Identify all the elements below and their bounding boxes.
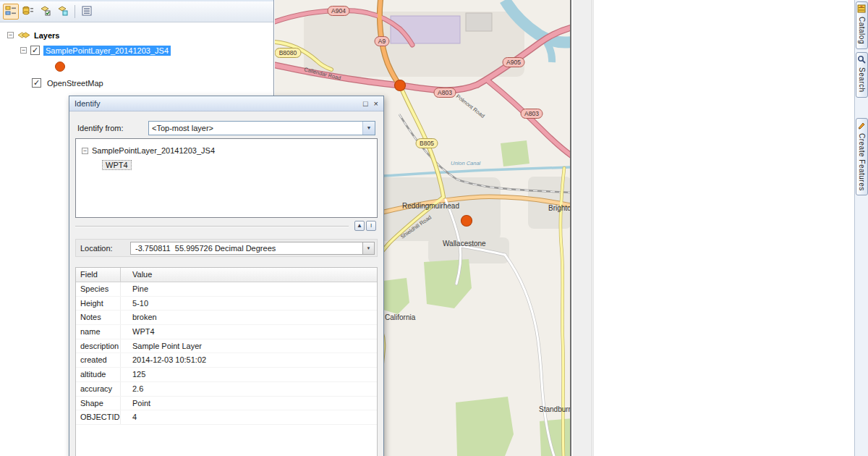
identify-title: Identify <box>75 99 100 108</box>
value-cell: 4 <box>121 410 377 424</box>
identify-results-tree: − SamplePointLayer_20141203_JS4 WPT4 <box>75 138 378 218</box>
openstreetmap-layer-row[interactable]: ✓ OpenStreetMap <box>32 75 273 90</box>
identify-tree-child-row[interactable]: WPT4 <box>76 158 377 172</box>
location-value-field[interactable]: -3.750811 55.995726 Decimal Degrees <box>130 242 363 255</box>
tab-catalog[interactable]: Catalog <box>856 1 868 49</box>
layers-root-label[interactable]: Layers <box>34 31 59 40</box>
field-cell: created <box>76 353 121 367</box>
table-row[interactable]: Species Pine <box>76 282 377 297</box>
collapse-expander[interactable]: − <box>82 148 88 154</box>
table-row[interactable]: Height 5-10 <box>76 297 377 311</box>
toc-toolbar <box>0 0 273 22</box>
location-label: Location: <box>78 244 130 253</box>
identify-from-value: <Top-most layer> <box>149 124 362 132</box>
list-by-visibility-button[interactable] <box>38 4 54 20</box>
road-badge-a904: A904 <box>328 7 349 16</box>
field-cell: name <box>76 325 121 339</box>
identify-from-row: Identify from: <Top-most layer> ▼ <box>77 121 375 135</box>
field-cell: altitude <box>76 368 121 381</box>
layers-root-row[interactable]: − Layers <box>7 28 273 43</box>
panel-splitter[interactable] <box>75 226 349 227</box>
value-cell: 2.6 <box>121 382 377 396</box>
sample-point-layer-row[interactable]: − ✓ SamplePointLayer_20141203_JS4 <box>20 43 273 58</box>
road-badge-a803-east: A803 <box>521 109 542 119</box>
collapse-up-icon[interactable]: ▲ <box>354 221 365 231</box>
table-row[interactable]: created 2014-12-03 10:51:02 <box>76 353 377 368</box>
list-by-source-button[interactable] <box>20 4 36 20</box>
sample-point-layer-label[interactable]: SamplePointLayer_20141203_JS4 <box>43 46 171 56</box>
value-column-header[interactable]: Value <box>121 268 377 282</box>
pin-panel-icon[interactable]: I <box>366 221 376 231</box>
value-cell: Pine <box>121 282 377 296</box>
value-cell: broken <box>121 311 377 324</box>
brightons-label: Brightons <box>548 204 571 212</box>
openstreetmap-layer-label[interactable]: OpenStreetMap <box>45 78 106 88</box>
svg-text:A9: A9 <box>378 38 386 45</box>
value-cell: 5-10 <box>121 297 377 311</box>
road-badge-b805: B805 <box>416 139 438 148</box>
toc-options-button[interactable] <box>79 4 95 20</box>
catalog-icon <box>857 4 866 14</box>
union-canal-label: Union Canal <box>451 160 481 166</box>
maximize-icon[interactable]: □ <box>363 98 368 109</box>
list-by-visibility-icon <box>40 5 51 18</box>
california-label: California <box>385 313 416 321</box>
field-cell: Notes <box>76 311 121 324</box>
svg-text:A803: A803 <box>524 110 539 117</box>
tab-catalog-label: Catalog <box>858 17 866 44</box>
table-row[interactable]: description Sample Point Layer <box>76 339 377 354</box>
list-by-selection-button[interactable] <box>55 4 71 20</box>
value-cell: Point <box>121 397 377 410</box>
tab-search[interactable]: Search <box>856 52 868 98</box>
list-by-source-icon <box>22 5 34 18</box>
create-features-icon <box>857 121 866 131</box>
attribute-table-header: Field Value <box>76 268 377 282</box>
table-row[interactable]: Shape Point <box>76 397 377 411</box>
identify-from-dropdown[interactable]: <Top-most layer> ▼ <box>148 121 375 135</box>
road-badge-a9: A9 <box>375 37 389 46</box>
reddingmuirhead-label: Reddingmuirhead <box>402 202 459 210</box>
tab-create-features-label: Create Features <box>858 133 866 191</box>
tab-create-features[interactable]: Create Features <box>856 118 868 196</box>
identify-tree-root-row[interactable]: − SamplePointLayer_20141203_JS4 <box>76 143 377 158</box>
waypoint-feature[interactable] <box>395 80 406 91</box>
list-by-drawing-order-button[interactable] <box>3 4 19 20</box>
standburn-label: Standburn <box>539 405 571 413</box>
value-cell: Sample Point Layer <box>121 339 377 353</box>
point-symbol-swatch[interactable] <box>55 62 65 72</box>
svg-text:A803: A803 <box>438 89 452 96</box>
collapse-expander[interactable]: − <box>20 47 27 54</box>
layer-visibility-checkbox[interactable]: ✓ <box>32 78 41 88</box>
identify-from-label: Identify from: <box>77 124 148 132</box>
waypoint-feature-wpt4[interactable] <box>461 216 472 227</box>
value-cell: 2014-12-03 10:51:02 <box>121 353 377 367</box>
value-cell: 125 <box>121 368 377 381</box>
field-cell: accuracy <box>76 382 121 396</box>
identify-tree-child-label[interactable]: WPT4 <box>102 160 132 170</box>
table-row[interactable]: Notes broken <box>76 311 377 325</box>
close-icon[interactable]: × <box>374 98 378 109</box>
union-canal-waterway <box>383 167 571 176</box>
identify-tree-root-label[interactable]: SamplePointLayer_20141203_JS4 <box>92 146 215 155</box>
polmont-road-label: Polmont Road <box>455 93 486 119</box>
toc-layer-tree: − Layers − ✓ SamplePointLayer_20141203_J… <box>0 22 273 90</box>
table-row[interactable]: name WPT4 <box>76 325 377 339</box>
layer-visibility-checkbox[interactable]: ✓ <box>30 46 40 55</box>
collapse-expander[interactable]: − <box>7 32 14 38</box>
splitter-buttons: ▲ I <box>354 221 376 231</box>
chevron-down-icon[interactable]: ▼ <box>362 122 375 135</box>
road-badge-a803: A803 <box>434 88 456 98</box>
svg-text:A905: A905 <box>506 59 521 66</box>
table-row[interactable]: accuracy 2.6 <box>76 382 377 397</box>
blank-document-panel <box>593 0 854 456</box>
field-column-header[interactable]: Field <box>76 268 121 282</box>
identify-window: Identify □ × Identify from: <Top-most la… <box>69 96 384 456</box>
field-cell: Height <box>76 297 121 311</box>
table-row[interactable]: OBJECTID 4 <box>76 410 377 425</box>
value-cell: WPT4 <box>121 325 377 339</box>
location-units-menu-icon[interactable]: ▼ <box>363 242 375 255</box>
identify-titlebar[interactable]: Identify □ × <box>69 96 383 111</box>
tab-search-label: Search <box>858 67 866 93</box>
table-row[interactable]: altitude 125 <box>76 368 377 382</box>
list-by-selection-icon <box>57 5 69 18</box>
